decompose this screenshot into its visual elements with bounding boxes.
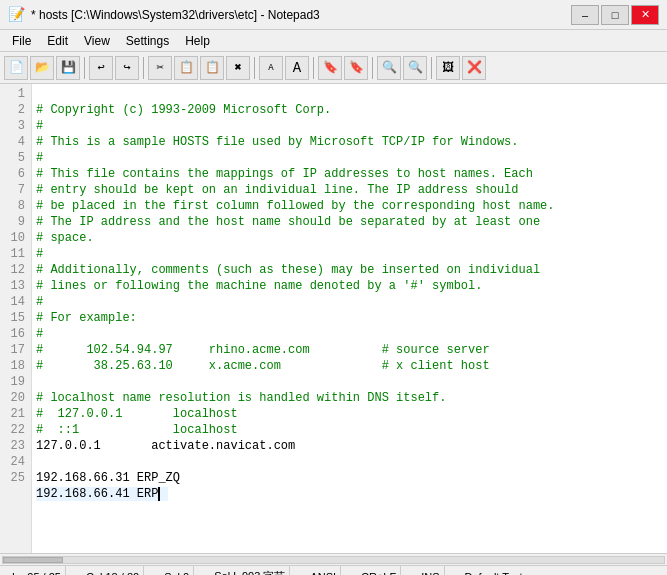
status-line-ending: CR+LF xyxy=(357,566,401,575)
line-num-5: 5 xyxy=(4,150,25,166)
status-sel-chars: Sel L 903 字节 xyxy=(210,566,290,575)
toolbar: 📄 📂 💾 ↩ ↪ ✂ 📋 📋 ✖ A A 🔖 🔖 🔍 🔍 🖼 ❌ xyxy=(0,52,667,84)
app-icon: 📝 xyxy=(8,6,25,23)
find-button[interactable]: 🔍 xyxy=(377,56,401,80)
menu-file[interactable]: File xyxy=(4,32,39,50)
code-line-10: # xyxy=(36,247,43,261)
copy-button[interactable]: 📋 xyxy=(174,56,198,80)
code-line-23 xyxy=(36,455,43,469)
line-num-16: 16 xyxy=(4,326,25,342)
line-num-7: 7 xyxy=(4,182,25,198)
line-num-6: 6 xyxy=(4,166,25,182)
close-doc-button[interactable]: ❌ xyxy=(462,56,486,80)
paste-button[interactable]: 📋 xyxy=(200,56,224,80)
font-small-button[interactable]: A xyxy=(259,56,283,80)
code-line-16: # 102.54.94.97 rhino.acme.com # source s… xyxy=(36,343,490,357)
code-line-20: # 127.0.0.1 localhost xyxy=(36,407,238,421)
line-num-21: 21 xyxy=(4,406,25,422)
code-line-18 xyxy=(36,375,43,389)
status-ins: INS xyxy=(417,566,444,575)
code-line-21: # ::1 localhost xyxy=(36,423,238,437)
line-num-8: 8 xyxy=(4,198,25,214)
line-num-3: 3 xyxy=(4,118,25,134)
code-line-13: # xyxy=(36,295,43,309)
scrollbar-track[interactable] xyxy=(2,556,665,564)
horizontal-scrollbar[interactable] xyxy=(0,553,667,565)
code-line-15: # xyxy=(36,327,43,341)
toolbar-separator-6 xyxy=(431,57,432,79)
line-num-11: 11 xyxy=(4,246,25,262)
menu-edit[interactable]: Edit xyxy=(39,32,76,50)
menu-help[interactable]: Help xyxy=(177,32,218,50)
code-line-7: # be placed in the first column followed… xyxy=(36,199,554,213)
line-num-9: 9 xyxy=(4,214,25,230)
line-num-24: 24 xyxy=(4,454,25,470)
save-button[interactable]: 💾 xyxy=(56,56,80,80)
bookmark-nav-button[interactable]: 🔖 xyxy=(344,56,368,80)
code-line-12: # lines or following the machine name de… xyxy=(36,279,482,293)
code-line-25: 192.168.66.41 ERP xyxy=(36,487,168,501)
code-line-3: # This is a sample HOSTS file used by Mi… xyxy=(36,135,518,149)
line-num-15: 15 xyxy=(4,310,25,326)
code-line-11: # Additionally, comments (such as these)… xyxy=(36,263,540,277)
line-num-12: 12 xyxy=(4,262,25,278)
find-replace-button[interactable]: 🔍 xyxy=(403,56,427,80)
code-line-17: # 38.25.63.10 x.acme.com # x client host xyxy=(36,359,490,373)
code-line-5: # This file contains the mappings of IP … xyxy=(36,167,533,181)
code-line-4: # xyxy=(36,151,43,165)
line-num-2: 2 xyxy=(4,102,25,118)
code-line-8: # The IP address and the host name shoul… xyxy=(36,215,540,229)
status-encoding: ANSI xyxy=(306,566,341,575)
line-num-17: 17 xyxy=(4,342,25,358)
code-line-1: # Copyright (c) 1993-2009 Microsoft Corp… xyxy=(36,103,331,117)
line-num-18: 18 xyxy=(4,358,25,374)
window-title: * hosts [C:\Windows\System32\drivers\etc… xyxy=(31,8,320,22)
line-num-20: 20 xyxy=(4,390,25,406)
bookmark-button[interactable]: 🔖 xyxy=(318,56,342,80)
toolbar-separator-3 xyxy=(254,57,255,79)
code-line-14: # For example: xyxy=(36,311,137,325)
line-num-1: 1 xyxy=(4,86,25,102)
font-large-button[interactable]: A xyxy=(285,56,309,80)
new-button[interactable]: 📄 xyxy=(4,56,28,80)
editor-container: 1 2 3 4 5 6 7 8 9 10 11 12 13 14 15 16 1… xyxy=(0,84,667,553)
status-sel: Sel 0 xyxy=(160,566,194,575)
toolbar-separator-1 xyxy=(84,57,85,79)
line-num-25: 25 xyxy=(4,470,25,486)
open-button[interactable]: 📂 xyxy=(30,56,54,80)
line-num-13: 13 xyxy=(4,278,25,294)
minimize-button[interactable]: – xyxy=(571,5,599,25)
code-line-22: 127.0.0.1 activate.navicat.com xyxy=(36,439,295,453)
code-line-2: # xyxy=(36,119,43,133)
toolbar-separator-2 xyxy=(143,57,144,79)
title-bar: 📝 * hosts [C:\Windows\System32\drivers\e… xyxy=(0,0,667,30)
window-controls[interactable]: – □ ✕ xyxy=(571,5,659,25)
menu-settings[interactable]: Settings xyxy=(118,32,177,50)
code-line-9: # space. xyxy=(36,231,94,245)
close-button[interactable]: ✕ xyxy=(631,5,659,25)
code-line-6: # entry should be kept on an individual … xyxy=(36,183,518,197)
line-num-4: 4 xyxy=(4,134,25,150)
undo-button[interactable]: ↩ xyxy=(89,56,113,80)
line-num-23: 23 xyxy=(4,438,25,454)
screen-button[interactable]: 🖼 xyxy=(436,56,460,80)
line-numbers: 1 2 3 4 5 6 7 8 9 10 11 12 13 14 15 16 1… xyxy=(0,84,32,553)
status-col: Col 18 / 80 xyxy=(82,566,144,575)
delete-button[interactable]: ✖ xyxy=(226,56,250,80)
menu-bar: File Edit View Settings Help xyxy=(0,30,667,52)
line-num-19: 19 xyxy=(4,374,25,390)
cut-button[interactable]: ✂ xyxy=(148,56,172,80)
scrollbar-thumb[interactable] xyxy=(3,557,63,563)
toolbar-separator-4 xyxy=(313,57,314,79)
line-num-22: 22 xyxy=(4,422,25,438)
code-editor[interactable]: # Copyright (c) 1993-2009 Microsoft Corp… xyxy=(32,84,667,553)
line-num-10: 10 xyxy=(4,230,25,246)
status-position: Ln 25 / 25 xyxy=(8,566,66,575)
menu-view[interactable]: View xyxy=(76,32,118,50)
maximize-button[interactable]: □ xyxy=(601,5,629,25)
status-bar: Ln 25 / 25 Col 18 / 80 Sel 0 Sel L 903 字… xyxy=(0,565,667,575)
line-num-14: 14 xyxy=(4,294,25,310)
redo-button[interactable]: ↪ xyxy=(115,56,139,80)
status-text-scheme: Default Text xyxy=(461,566,527,575)
toolbar-separator-5 xyxy=(372,57,373,79)
